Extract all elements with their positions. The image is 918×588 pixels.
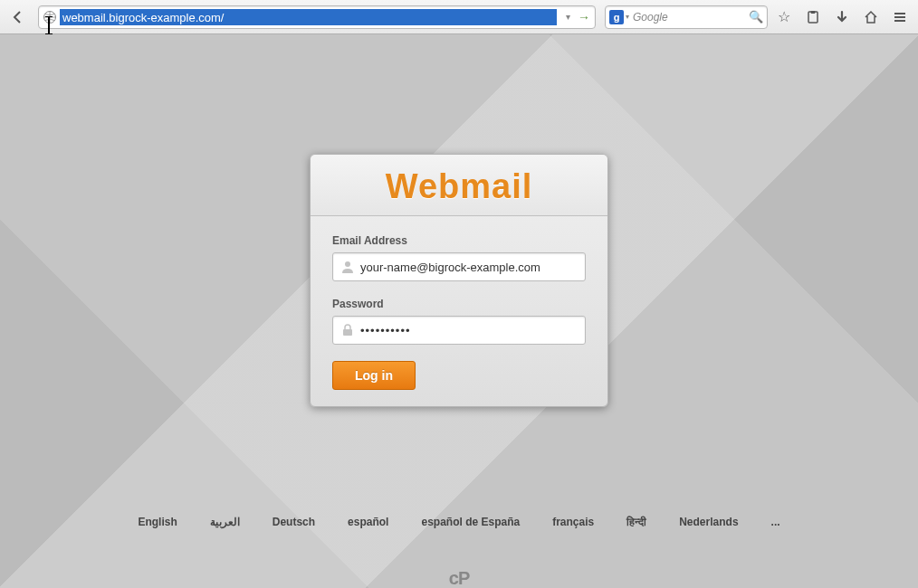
- url-bar[interactable]: webmail.bigrock-example.com/ ▾ →: [38, 5, 596, 29]
- password-input-wrap[interactable]: [332, 316, 586, 345]
- clipboard-icon: [806, 10, 820, 24]
- language-row: English العربية Deutsch español español …: [0, 516, 918, 528]
- hamburger-icon: [893, 10, 907, 24]
- footer-logo: cP: [449, 568, 469, 588]
- email-field[interactable]: [360, 261, 578, 274]
- search-engine-badge[interactable]: g: [609, 10, 624, 24]
- email-label: Email Address: [332, 234, 586, 247]
- browser-toolbar: webmail.bigrock-example.com/ ▾ → g ▾ Goo…: [0, 0, 918, 34]
- url-text[interactable]: webmail.bigrock-example.com/: [60, 9, 557, 25]
- lang-link[interactable]: español: [348, 516, 388, 528]
- arrow-down-icon: [835, 10, 849, 24]
- home-icon[interactable]: [858, 5, 884, 30]
- lang-link[interactable]: Nederlands: [679, 516, 738, 528]
- email-input-wrap[interactable]: [332, 252, 586, 281]
- lock-icon: [340, 323, 355, 337]
- lang-more[interactable]: ...: [771, 516, 780, 528]
- password-label: Password: [332, 298, 586, 310]
- login-button[interactable]: Log in: [332, 361, 416, 390]
- lang-link[interactable]: English: [138, 516, 177, 528]
- login-card: Webmail Email Address Password Log in: [310, 154, 608, 407]
- svg-rect-4: [343, 329, 352, 336]
- downloads-icon[interactable]: [829, 5, 855, 30]
- svg-rect-2: [811, 11, 816, 14]
- search-go-icon[interactable]: 🔍: [749, 10, 763, 24]
- login-header: Webmail: [311, 155, 607, 216]
- text-cursor-icon: [48, 16, 50, 34]
- lang-link[interactable]: Deutsch: [273, 516, 315, 528]
- lang-link[interactable]: français: [552, 516, 594, 528]
- search-engine-dropdown-icon[interactable]: ▾: [626, 13, 629, 21]
- menu-icon[interactable]: [887, 5, 913, 30]
- back-button[interactable]: [5, 5, 31, 30]
- lang-link[interactable]: العربية: [210, 516, 240, 528]
- search-bar[interactable]: g ▾ Google 🔍: [605, 5, 768, 29]
- app-title: Webmail: [311, 167, 607, 206]
- arrow-left-icon: [11, 10, 25, 24]
- search-placeholder: Google: [633, 11, 749, 24]
- lang-link[interactable]: हिन्दी: [626, 516, 646, 528]
- url-dropdown-icon[interactable]: ▾: [560, 12, 575, 22]
- library-icon[interactable]: [800, 5, 826, 30]
- house-icon: [864, 10, 878, 24]
- bookmark-star-icon[interactable]: ☆: [771, 5, 797, 30]
- lang-link[interactable]: español de España: [421, 516, 520, 528]
- svg-point-3: [345, 261, 350, 267]
- go-arrow-icon[interactable]: →: [577, 10, 591, 24]
- password-field[interactable]: [360, 324, 578, 337]
- user-icon: [340, 260, 355, 274]
